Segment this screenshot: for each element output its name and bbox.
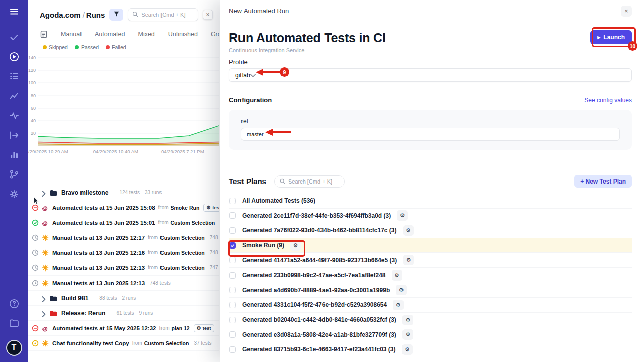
new-test-plan-button[interactable]: + New Test Plan xyxy=(574,175,632,188)
run-row[interactable]: Manual tests at 13 Jun 2025 12:13748 tes… xyxy=(28,276,219,291)
git-branch-icon[interactable] xyxy=(9,169,20,180)
test-badge[interactable]: ⚙test xyxy=(203,204,219,212)
test-badge[interactable]: ⚙test xyxy=(194,324,214,332)
breadcrumb-separator: / xyxy=(81,11,86,19)
run-title: Manual tests at 13 Jun 2025 12:13 xyxy=(52,280,145,286)
test-plan-checkbox[interactable] xyxy=(229,242,236,249)
plan-settings-gear-button[interactable]: ⚙ xyxy=(396,285,407,295)
test-plan-checkbox[interactable] xyxy=(229,346,236,353)
test-plan-row[interactable]: Generated 7a76f022-93d0-434b-b462-bb8114… xyxy=(229,223,632,238)
breadcrumb-project[interactable]: Agoda.com xyxy=(40,11,81,19)
tests-check-icon[interactable] xyxy=(9,32,20,43)
search-icon xyxy=(280,177,285,186)
run-tests-count: 748 tests xyxy=(150,280,171,286)
test-plan-row[interactable]: Smoke Run (9)⚙ xyxy=(229,238,632,253)
test-plan-row[interactable]: Generated e3d08a1a-5808-42e4-a1ab-81bfe3… xyxy=(229,327,632,342)
x-axis-label: 04/29/2025 7:21 PM xyxy=(161,149,204,154)
run-from-label: from xyxy=(148,250,158,255)
search-icon xyxy=(132,10,138,19)
plan-settings-gear-button[interactable]: ⚙ xyxy=(403,315,413,325)
legend-skipped[interactable]: Skipped xyxy=(43,44,68,50)
report-clipboard-icon[interactable] xyxy=(40,30,48,38)
breadcrumb[interactable]: Agoda.com/Runs xyxy=(40,11,105,19)
chevron-right-icon[interactable] xyxy=(42,190,46,196)
test-plan-row[interactable]: Generated 233b0998-b9c2-47ae-a5cf-7ea1af… xyxy=(229,268,632,283)
automated-run-icon xyxy=(42,219,49,226)
test-plan-row[interactable]: Generated a4d690b7-8889-4ae1-92aa-0c3001… xyxy=(229,283,632,298)
runs-panel: Agoda.com/Runs × ManualAutomatedMixedUnf… xyxy=(28,0,219,362)
folder-name: Build 981 xyxy=(61,295,88,302)
run-row[interactable]: Manual tests at 13 Jun 2025 12:17fromCus… xyxy=(28,230,219,245)
test-plan-checkbox[interactable] xyxy=(229,317,236,323)
test-plans-list-icon[interactable] xyxy=(9,71,20,82)
test-plan-label: Generated 233b0998-b9c2-47ae-a5cf-7ea1af… xyxy=(242,272,386,279)
test-plan-checkbox[interactable] xyxy=(229,302,236,308)
folder-row[interactable]: Release: Rerun61 tests9 runs xyxy=(28,306,219,321)
drawer-close-button[interactable]: × xyxy=(621,6,632,17)
tab-mixed[interactable]: Mixed xyxy=(138,31,154,38)
launch-button[interactable]: ▶ Launch xyxy=(590,30,632,44)
run-row[interactable]: Automated tests at 15 May 2025 12:32from… xyxy=(28,321,219,336)
legend-failed[interactable]: Failed xyxy=(106,44,126,50)
test-plan-checkbox[interactable] xyxy=(229,212,236,219)
tab-manual[interactable]: Manual xyxy=(61,31,82,38)
run-title: Manual tests at 13 Jun 2025 12:13 xyxy=(52,265,145,271)
reports-chart-icon[interactable] xyxy=(9,149,20,160)
chevron-right-icon[interactable] xyxy=(42,295,46,301)
plan-settings-gear-button[interactable]: ⚙ xyxy=(403,329,413,340)
legend-passed[interactable]: Passed xyxy=(75,44,99,50)
test-plan-checkbox[interactable] xyxy=(229,272,236,279)
run-row[interactable]: Automated tests at 15 Jun 2025 15:01from… xyxy=(28,215,219,230)
see-config-values-link[interactable]: See config values xyxy=(584,97,632,104)
analytics-trend-icon[interactable] xyxy=(9,90,20,102)
plan-settings-gear-button[interactable]: ⚙ xyxy=(402,344,413,355)
plan-settings-gear-button[interactable]: ⚙ xyxy=(397,210,408,221)
plan-settings-gear-button[interactable]: ⚙ xyxy=(403,255,414,265)
legend-dot xyxy=(43,45,47,49)
settings-gear-icon[interactable] xyxy=(9,189,20,200)
run-from-label: from xyxy=(158,205,169,210)
test-plan-row[interactable]: Generated 83715b93-6c1e-4663-9417-ef23a4… xyxy=(229,342,632,357)
test-plans-search-input[interactable] xyxy=(288,178,339,185)
tab-unfinished[interactable]: Unfinished xyxy=(168,31,198,38)
activity-pulse-icon[interactable] xyxy=(9,110,20,121)
plan-settings-gear-button[interactable]: ⚙ xyxy=(393,300,404,310)
test-plan-row[interactable]: All Automated Tests (536) xyxy=(229,194,632,209)
status-pending-icon xyxy=(32,249,39,256)
folder-row[interactable]: Build 98188 tests2 runs xyxy=(28,291,219,306)
ref-input[interactable] xyxy=(241,128,620,141)
runs-search-input[interactable] xyxy=(141,12,194,18)
test-plan-row[interactable]: Generated 41471a52-a644-49f7-9085-923713… xyxy=(229,253,632,268)
run-row[interactable]: Manual tests at 13 Jun 2025 12:16fromCus… xyxy=(28,245,219,260)
test-plan-row[interactable]: Generated b02040c1-c442-4db0-841e-4660a0… xyxy=(229,313,632,328)
folder-icon xyxy=(50,295,57,301)
test-plan-row[interactable]: Generated 4331c104-f5f2-476e-b92d-c529a3… xyxy=(229,298,632,313)
test-plan-checkbox[interactable] xyxy=(229,287,236,293)
test-plan-checkbox[interactable] xyxy=(229,198,236,204)
run-row[interactable]: Manual tests at 13 Jun 2025 12:13fromCus… xyxy=(28,260,219,276)
import-export-icon[interactable] xyxy=(9,130,20,141)
menu-icon[interactable] xyxy=(9,6,20,17)
run-row[interactable]: Chat functionality test CopyfromCustom S… xyxy=(28,336,219,351)
docs-folder-icon[interactable] xyxy=(9,318,20,329)
run-row[interactable]: Automated tests at 15 Jun 2025 15:08from… xyxy=(28,200,219,215)
test-plan-checkbox[interactable] xyxy=(229,331,236,338)
runs-search[interactable] xyxy=(128,8,198,21)
plan-settings-gear-button[interactable]: ⚙ xyxy=(392,270,403,281)
chevron-right-icon[interactable] xyxy=(42,310,46,316)
filter-button[interactable] xyxy=(109,9,123,21)
chart-legend: SkippedPassedFailed xyxy=(28,42,219,52)
panel-close-button[interactable]: × xyxy=(203,10,213,20)
test-plan-row[interactable]: Generated 2ce11f7d-38ef-44fe-b353-4f694f… xyxy=(229,209,632,224)
test-plan-checkbox[interactable] xyxy=(229,257,236,263)
tab-automated[interactable]: Automated xyxy=(95,31,125,38)
runs-play-icon[interactable] xyxy=(9,51,20,62)
test-plans-search[interactable] xyxy=(274,175,345,188)
plan-settings-gear-button[interactable]: ⚙ xyxy=(403,225,414,236)
test-plan-checkbox[interactable] xyxy=(229,227,236,234)
plan-settings-gear-button[interactable]: ⚙ xyxy=(290,240,301,251)
folder-row[interactable]: Bravo milestone124 tests33 runs xyxy=(28,185,219,200)
app-logo[interactable]: T xyxy=(6,340,22,356)
breadcrumb-current: Runs xyxy=(86,11,105,19)
help-circle-icon[interactable] xyxy=(9,298,20,309)
